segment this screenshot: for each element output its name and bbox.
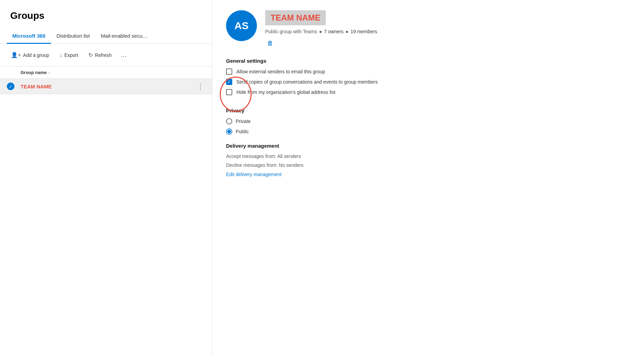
cb-send-copies[interactable]: ✓ [226,79,232,85]
radio-private-label: Private [236,119,251,124]
checkbox-hide-from-gal: Hide from my organization's global addre… [226,89,377,95]
refresh-button[interactable]: ↻ Refresh [84,50,116,60]
privacy-section: Privacy Private Public [226,108,630,135]
members-count: 19 members [350,29,377,34]
checkbox-external-senders: Allow external senders to email this gro… [226,69,630,75]
delivery-accept: Accept messages from: All senders [226,153,630,159]
radio-public-inner [227,130,231,133]
tab-distribution-list[interactable]: Distribution list [51,29,96,44]
cb-hide-gal-label: Hide from my organization's global addre… [236,89,335,95]
avatar: AS [226,10,257,41]
add-group-button[interactable]: 👤+ Add a group [7,50,53,60]
more-button[interactable]: … [118,49,129,61]
tabs-bar: Microsoft 365 Distribution list Mail-ena… [0,29,212,44]
group-actions: 🗑 [265,38,630,48]
radio-public: Public [226,128,630,135]
right-panel: AS TEAM NAME Public group with Teams ● 7… [212,0,644,357]
check-circle: ✓ [7,83,14,90]
toolbar: 👤+ Add a group ↓ Export ↻ Refresh … [0,44,212,66]
table-row[interactable]: ✓ TEAM NAME ⋮ [0,79,212,94]
dot2: ● [346,29,348,34]
radio-private: Private [226,118,630,124]
owners-count: 7 owners [324,29,344,34]
radio-public-label: Public [236,129,249,134]
group-name-text: TEAM NAME [271,13,320,22]
cb-external-senders-label: Allow external senders to email this gro… [236,69,325,74]
export-icon: ↓ [60,52,62,58]
cb-hide-gal[interactable] [226,89,232,95]
radio-public-btn[interactable] [226,128,232,135]
delivery-management-section: Delivery management Accept messages from… [226,143,630,177]
col-group-name-header[interactable]: Group name ↑ [21,70,50,75]
group-meta: Public group with Teams ● 7 owners ● 19 … [265,29,630,34]
dot1: ● [319,29,322,34]
radio-private-btn[interactable] [226,118,232,124]
tab-mail-enabled[interactable]: Mail-enabled secu… [95,29,153,44]
refresh-icon: ↻ [88,52,93,58]
export-button[interactable]: ↓ Export [55,50,82,60]
group-name-header-box: TEAM NAME [265,10,326,25]
left-panel: Groups Microsoft 365 Distribution list M… [0,0,212,357]
tab-microsoft365[interactable]: Microsoft 365 [7,29,51,44]
group-type-text: Public group with Teams [265,29,317,34]
delete-button[interactable]: 🗑 [265,38,275,48]
table-header: Group name ↑ [0,66,212,79]
group-info: TEAM NAME Public group with Teams ● 7 ow… [265,10,630,48]
delivery-decline: Decline messages from: No senders [226,162,630,168]
general-settings-section: General settings Allow external senders … [226,58,630,99]
privacy-title: Privacy [226,108,630,113]
general-settings-title: General settings [226,58,630,64]
group-header: AS TEAM NAME Public group with Teams ● 7… [226,10,630,48]
checkbox-send-copies: ✓ Send copies of group conversations and… [226,79,377,85]
row-more-button[interactable]: ⋮ [196,82,205,90]
edit-delivery-link[interactable]: Edit delivery management [226,172,282,177]
add-group-icon: 👤+ [11,52,21,58]
delivery-title: Delivery management [226,143,630,149]
sort-icon[interactable]: ↑ [48,71,50,75]
group-name-cell: TEAM NAME [21,84,196,89]
cb-external-senders[interactable] [226,69,232,75]
row-checkbox-cell: ✓ [7,83,21,90]
page-title: Groups [0,10,212,29]
cb-send-copies-label: Send copies of group conversations and e… [236,79,377,85]
